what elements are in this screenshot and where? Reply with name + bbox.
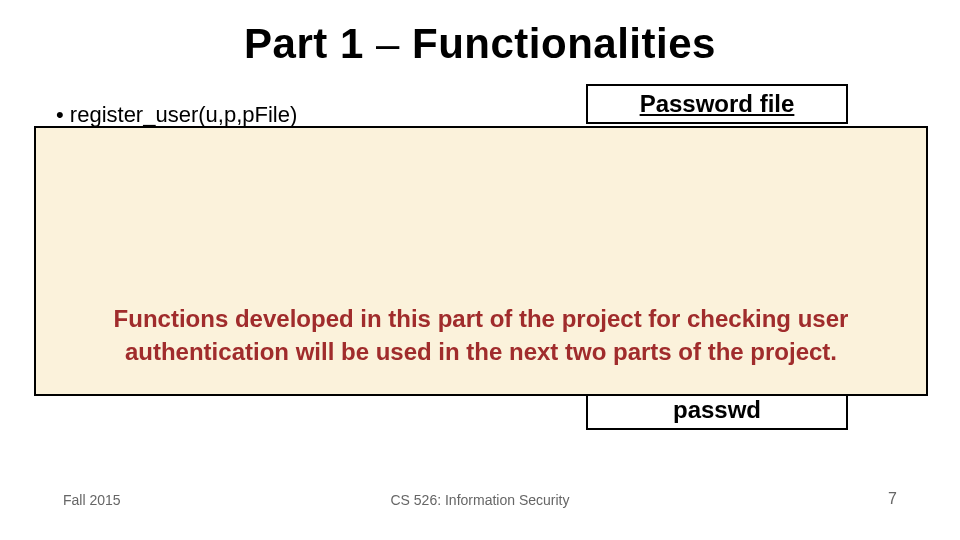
title-part-a: Part 1 <box>244 20 364 67</box>
password-file-label: Password file <box>640 90 795 117</box>
title-part-b: Functionalities <box>412 20 716 67</box>
callout-text: Functions developed in this part of the … <box>68 303 894 368</box>
slide: Part 1 – Functionalities register_user(u… <box>0 0 960 540</box>
footer-course: CS 526: Information Security <box>0 492 960 508</box>
password-file-name-box: passwd <box>586 390 848 430</box>
callout-box: Functions developed in this part of the … <box>34 126 928 396</box>
password-file-label-box: Password file <box>586 84 848 124</box>
slide-title: Part 1 – Functionalities <box>0 20 960 68</box>
title-dash: – <box>376 20 400 67</box>
footer-page-number: 7 <box>888 490 897 508</box>
password-file-name: passwd <box>673 396 761 423</box>
